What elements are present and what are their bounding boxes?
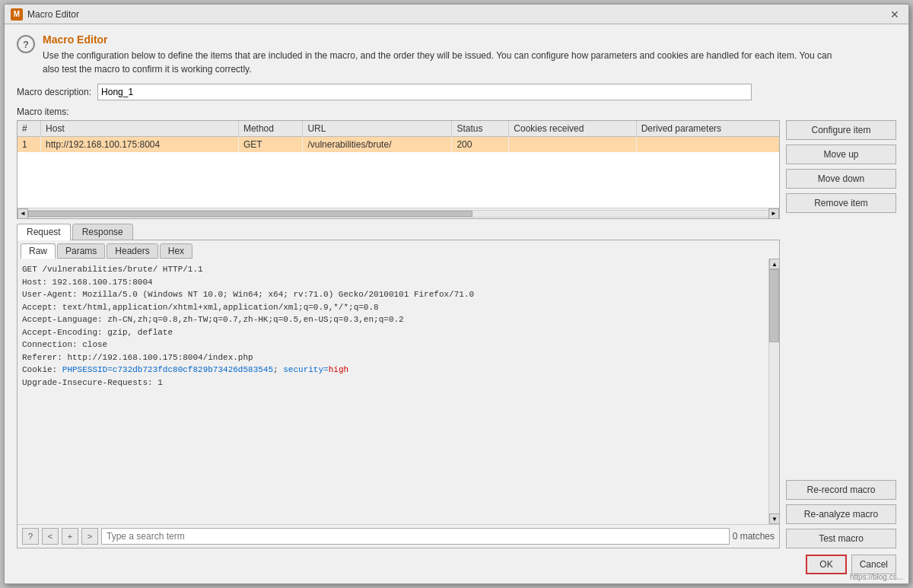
content-scrollbar: ▲ ▼ <box>768 259 779 524</box>
title-bar: M Macro Editor ✕ <box>5 5 908 24</box>
scrollbar-track[interactable] <box>28 210 768 218</box>
macro-description-input[interactable] <box>97 84 752 100</box>
inner-tab-row: Raw Params Headers Hex <box>17 240 779 259</box>
scroll-right-arrow[interactable]: ► <box>768 208 779 219</box>
request-line-7: Connection: close <box>22 338 764 351</box>
cookie-prefix: Cookie: <box>22 365 62 374</box>
header-description-2: also test the macro to confirm it is wor… <box>43 62 832 76</box>
inner-tab-headers[interactable]: Headers <box>107 243 157 259</box>
request-line-10: Upgrade-Insecure-Requests: 1 <box>22 377 764 389</box>
cookie-sep: ; <box>273 365 283 374</box>
request-line-2: Host: 192.168.100.175:8004 <box>22 276 764 289</box>
cell-host: http://192.168.100.175:8004 <box>41 137 239 153</box>
right-panel-spacer <box>786 218 896 475</box>
request-line-8: Referer: http://192.168.100.175:8004/ind… <box>22 351 764 364</box>
table-header-row: # Host Method URL Status Cookies receive… <box>17 121 779 137</box>
col-host: Host <box>41 121 239 137</box>
scroll-up-arrow[interactable]: ▲ <box>769 259 779 269</box>
move-up-button[interactable]: Move up <box>786 145 896 164</box>
bottom-buttons: OK Cancel <box>17 548 896 574</box>
security-value: high <box>329 365 348 374</box>
header-section: ? Macro Editor Use the configuration bel… <box>17 33 896 76</box>
cell-method: GET <box>238 137 302 153</box>
close-button[interactable]: ✕ <box>887 8 902 21</box>
cell-status: 200 <box>452 137 509 153</box>
remove-item-button[interactable]: Remove item <box>786 193 896 213</box>
security-prefix: security= <box>283 365 328 374</box>
search-add-button[interactable]: + <box>62 528 78 545</box>
ok-button[interactable]: OK <box>806 555 846 574</box>
request-response-section: Request Response Raw Params Headers Hex <box>17 224 780 548</box>
macro-items-table: # Host Method URL Status Cookies receive… <box>17 121 779 152</box>
main-area: # Host Method URL Status Cookies receive… <box>17 120 896 548</box>
col-derived: Derived parameters <box>636 121 779 137</box>
request-content-row: GET /vulnerabilities/brute/ HTTP/1.1 Hos… <box>17 259 779 524</box>
col-method: Method <box>238 121 302 137</box>
macro-description-row: Macro description: <box>17 84 896 100</box>
request-line-6: Accept-Encoding: gzip, deflate <box>22 326 764 339</box>
cell-cookies <box>509 137 636 153</box>
search-matches: 0 matches <box>733 531 775 542</box>
scroll-down-arrow[interactable]: ▼ <box>769 513 779 524</box>
table-scrollbar: ◄ ► <box>17 208 779 218</box>
search-bar: ? < + > 0 matches <box>17 524 779 548</box>
request-line-4: Accept: text/html,application/xhtml+xml,… <box>22 301 764 314</box>
header-title: Macro Editor <box>43 33 832 46</box>
help-icon[interactable]: ? <box>17 35 35 53</box>
test-macro-button[interactable]: Test macro <box>786 529 896 548</box>
inner-tab-params[interactable]: Params <box>57 243 105 259</box>
macro-items-table-container: # Host Method URL Status Cookies receive… <box>17 120 780 219</box>
macro-editor-window: M Macro Editor ✕ ? Macro Editor Use the … <box>4 4 909 584</box>
col-status: Status <box>452 121 509 137</box>
header-description-1: Use the configuration below to define th… <box>43 49 832 62</box>
inner-tabs-container: Raw Params Headers Hex GET /vulnerabilit… <box>17 240 780 548</box>
tab-response[interactable]: Response <box>72 224 133 240</box>
left-panel: # Host Method URL Status Cookies receive… <box>17 120 780 548</box>
header-text: Macro Editor Use the configuration below… <box>43 33 832 76</box>
scroll-track[interactable] <box>769 269 779 513</box>
re-analyze-macro-button[interactable]: Re-analyze macro <box>786 504 896 524</box>
request-response-tab-row: Request Response <box>17 224 780 240</box>
col-url: URL <box>303 121 452 137</box>
table-row[interactable]: 1 http://192.168.100.175:8004 GET /vulne… <box>17 137 779 153</box>
request-line-9: Cookie: PHPSESSID=c732db723fdc80cf829b73… <box>22 364 764 377</box>
tab-request[interactable]: Request <box>17 224 71 240</box>
cell-num: 1 <box>17 137 41 153</box>
search-next-button[interactable]: > <box>81 528 98 545</box>
macro-items-label: Macro items: <box>17 106 896 117</box>
cell-derived <box>636 137 779 153</box>
title-bar-left: M Macro Editor <box>11 8 79 21</box>
cancel-button[interactable]: Cancel <box>851 555 896 574</box>
re-record-macro-button[interactable]: Re-record macro <box>786 480 896 500</box>
scroll-left-arrow[interactable]: ◄ <box>17 208 28 219</box>
scrollbar-thumb[interactable] <box>28 211 472 217</box>
request-content[interactable]: GET /vulnerabilities/brute/ HTTP/1.1 Hos… <box>17 259 768 524</box>
move-down-button[interactable]: Move down <box>786 169 896 189</box>
url-bar: https://blog.cs... <box>850 573 903 581</box>
col-num: # <box>17 121 41 137</box>
search-input[interactable] <box>101 528 730 545</box>
col-cookies: Cookies received <box>509 121 636 137</box>
search-help-button[interactable]: ? <box>22 528 39 545</box>
macro-description-label: Macro description: <box>17 87 91 97</box>
cell-url: /vulnerabilities/brute/ <box>303 137 452 153</box>
cookie-value: PHPSESSID=c732db723fdc80cf829b73426d5835… <box>62 365 273 374</box>
search-prev-button[interactable]: < <box>42 528 59 545</box>
main-content: ? Macro Editor Use the configuration bel… <box>5 24 908 583</box>
request-line-1: GET /vulnerabilities/brute/ HTTP/1.1 <box>22 263 764 276</box>
window-title: Macro Editor <box>27 9 79 20</box>
right-panel: Configure item Move up Move down Remove … <box>786 120 896 548</box>
scroll-thumb[interactable] <box>769 269 779 342</box>
app-icon: M <box>11 8 23 21</box>
inner-tab-hex[interactable]: Hex <box>160 243 192 259</box>
inner-tab-raw[interactable]: Raw <box>21 243 56 259</box>
configure-item-button[interactable]: Configure item <box>786 120 896 140</box>
request-line-3: User-Agent: Mozilla/5.0 (Windows NT 10.0… <box>22 288 764 301</box>
request-line-5: Accept-Language: zh-CN,zh;q=0.8,zh-TW;q=… <box>22 313 764 326</box>
